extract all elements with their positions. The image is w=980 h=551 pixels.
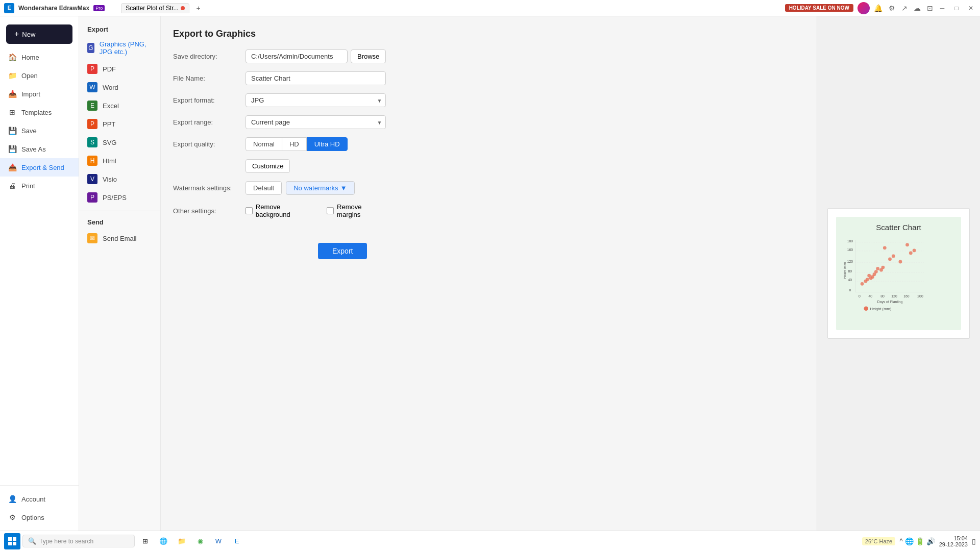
svg-text:80: 80	[880, 294, 885, 298]
remove-bg-item[interactable]: Remove background	[246, 203, 315, 218]
clock-widget: 15:04 29-12-2023	[939, 535, 968, 547]
quality-ultrahd-button[interactable]: Ultra HD	[307, 137, 348, 151]
svg-text:40: 40	[848, 278, 852, 282]
battery-icon[interactable]: 🔋	[916, 537, 924, 545]
export-label-html: Html	[103, 157, 116, 165]
quality-hd-button[interactable]: HD	[282, 137, 307, 151]
ppt-icon: P	[87, 119, 97, 129]
sidebar-item-save-as[interactable]: 💾 Save As	[0, 140, 79, 158]
holiday-sale-button[interactable]: HOLIDAY SALE ON NOW	[785, 4, 853, 12]
export-format-select[interactable]: JPG PNG BMP SVG	[246, 93, 386, 107]
taskbar-time-value: 15:04	[939, 535, 968, 541]
chart-container: Scatter Chart 180 160 120 80 40 0 0 40 8…	[836, 217, 961, 330]
edraw-taskbar-icon[interactable]: E	[229, 533, 245, 549]
export-item-word[interactable]: W Word	[79, 78, 160, 96]
preview-panel: Scatter Chart 180 160 120 80 40 0 0 40 8…	[817, 16, 980, 531]
sidebar-item-templates[interactable]: ⊞ Templates	[0, 103, 79, 121]
task-view-button[interactable]: ⊞	[137, 533, 153, 549]
export-section-title: Export	[79, 22, 160, 36]
sidebar-item-print[interactable]: 🖨 Print	[0, 177, 79, 195]
sidebar-item-options[interactable]: ⚙ Options	[0, 508, 79, 527]
edge-browser-icon[interactable]: 🌐	[155, 533, 172, 549]
new-button[interactable]: + New	[6, 24, 72, 44]
export-item-email[interactable]: ✉ Send Email	[79, 229, 160, 247]
other-settings-checkboxes: Remove background Remove margins	[246, 203, 386, 218]
new-plus-icon: +	[14, 30, 19, 39]
export-item-pseps[interactable]: P PS/EPS	[79, 188, 160, 207]
sidebar-label-export-send: Export & Send	[21, 164, 64, 171]
maximize-button[interactable]: □	[951, 3, 962, 13]
export-item-ppt[interactable]: P PPT	[79, 115, 160, 133]
sidebar-label-save: Save	[21, 127, 37, 135]
export-quality-row: Export quality: Normal HD Ultra HD	[173, 137, 386, 151]
main-content: Export to Graphics Save directory: Brows…	[161, 16, 817, 531]
close-button[interactable]: ✕	[966, 3, 976, 13]
export-button[interactable]: Export	[318, 243, 367, 259]
remove-bg-label: Remove background	[256, 203, 316, 218]
new-tab-button[interactable]: +	[193, 3, 204, 13]
svg-rect-42	[13, 537, 16, 541]
customize-row: Customize	[173, 159, 386, 173]
export-label-visio: Visio	[103, 176, 117, 183]
svg-point-23	[866, 278, 869, 281]
watermark-default-button[interactable]: Default	[246, 181, 282, 195]
export-item-graphics[interactable]: G Graphics (PNG, JPG etc.)	[79, 36, 160, 60]
excel-icon: E	[87, 101, 97, 111]
remove-margins-checkbox[interactable]	[327, 207, 334, 214]
quality-normal-button[interactable]: Normal	[246, 137, 282, 151]
user-avatar[interactable]	[857, 2, 870, 14]
export-range-select[interactable]: Current page All pages Selected	[246, 115, 386, 129]
open-icon: 📁	[8, 71, 16, 80]
save-directory-label: Save directory:	[173, 53, 239, 60]
share-icon[interactable]: ↗	[901, 4, 908, 12]
customize-button[interactable]: Customize	[246, 159, 290, 173]
svg-point-33	[888, 258, 892, 261]
cloud-icon[interactable]: ☁	[914, 4, 921, 12]
sidebar-label-templates: Templates	[21, 109, 52, 116]
file-name-input[interactable]	[246, 71, 386, 85]
volume-icon[interactable]: 🔊	[926, 537, 935, 545]
sidebar: + New 🏠 Home 📁 Open 📥 Import ⊞ Templates…	[0, 16, 79, 531]
export-format-wrapper: JPG PNG BMP SVG ▼	[246, 93, 386, 107]
sidebar-item-save[interactable]: 💾 Save	[0, 121, 79, 140]
svg-point-38	[913, 249, 916, 253]
templates-icon: ⊞	[8, 108, 16, 116]
sidebar-item-open[interactable]: 📁 Open	[0, 66, 79, 85]
export-item-pdf[interactable]: P PDF	[79, 60, 160, 78]
send-section-title: Send	[79, 215, 160, 229]
export-format-row: Export format: JPG PNG BMP SVG ▼	[173, 93, 386, 107]
minimize-button[interactable]: ─	[937, 3, 947, 13]
export-item-excel[interactable]: E Excel	[79, 96, 160, 115]
watermark-none-button[interactable]: No watermarks ▼	[286, 181, 354, 195]
sidebar-item-account[interactable]: 👤 Account	[0, 490, 79, 508]
sidebar-item-import[interactable]: 📥 Import	[0, 85, 79, 103]
chrome-icon[interactable]: ◉	[192, 533, 208, 549]
zoom-icon[interactable]: ⊡	[927, 4, 933, 12]
export-label-svg: SVG	[103, 139, 116, 146]
export-label-email: Send Email	[103, 235, 136, 242]
new-button-label: New	[22, 31, 35, 38]
save-as-icon: 💾	[8, 145, 16, 153]
scatter-chart-svg: 180 160 120 80 40 0 0 40 80 120 160 200 …	[842, 236, 955, 322]
app-tab[interactable]: Scatter Plot of Str...	[121, 3, 189, 13]
start-button[interactable]	[4, 533, 20, 549]
remove-bg-checkbox[interactable]	[246, 207, 253, 214]
taskbar-right: 26°C Haze ^ 🌐 🔋 🔊 15:04 29-12-2023 ▯	[862, 535, 976, 547]
export-item-visio[interactable]: V Visio	[79, 170, 160, 188]
export-item-svg[interactable]: S SVG	[79, 133, 160, 152]
settings-icon[interactable]: ⚙	[889, 4, 895, 12]
sidebar-item-export-send[interactable]: 📤 Export & Send	[0, 158, 79, 177]
notification-icon[interactable]: 🔔	[874, 4, 883, 12]
export-item-html[interactable]: H Html	[79, 152, 160, 170]
save-directory-input[interactable]	[246, 49, 348, 63]
word-taskbar-icon[interactable]: W	[210, 533, 227, 549]
browse-button[interactable]: Browse	[351, 49, 386, 63]
remove-margins-item[interactable]: Remove margins	[327, 203, 386, 218]
sidebar-item-home[interactable]: 🏠 Home	[0, 48, 79, 66]
network-icon[interactable]: 🌐	[905, 537, 914, 545]
chevron-up-icon[interactable]: ^	[899, 537, 903, 545]
show-desktop-button[interactable]: ▯	[972, 537, 976, 545]
file-name-control	[246, 71, 386, 85]
file-explorer-icon[interactable]: 📁	[174, 533, 190, 549]
taskbar-search-box[interactable]: 🔍 Type here to search	[22, 535, 135, 547]
